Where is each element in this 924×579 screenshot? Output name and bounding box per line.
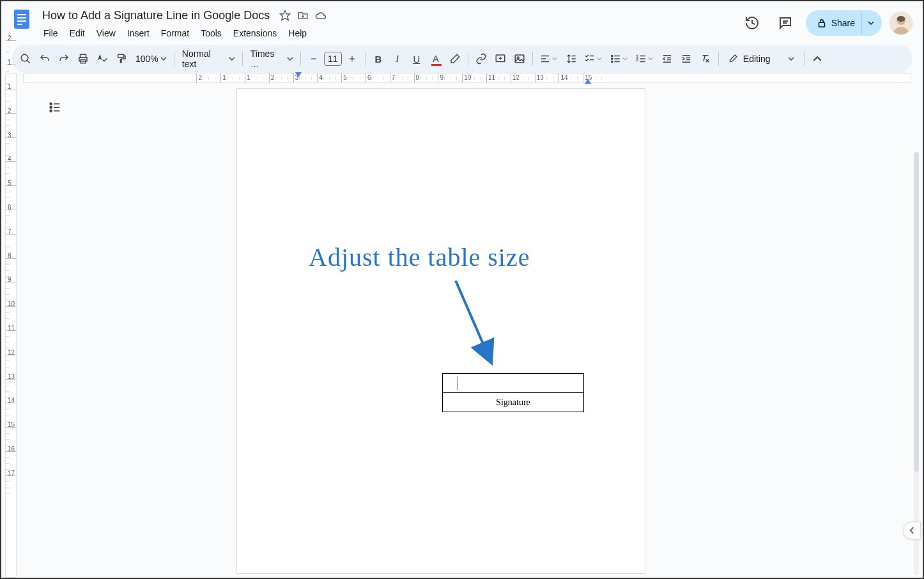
decrease-font-icon[interactable] (305, 50, 323, 68)
menu-file[interactable]: File (38, 26, 63, 41)
svg-line-12 (27, 60, 30, 63)
docs-logo[interactable] (9, 6, 35, 32)
document-title[interactable]: How to Add a Signature Line in Google Do… (38, 8, 273, 24)
horizontal-ruler[interactable]: 21123456789101112131415 (23, 73, 911, 83)
side-panel-toggle-icon[interactable] (903, 521, 921, 539)
svg-rect-0 (14, 10, 29, 29)
search-icon[interactable] (17, 50, 35, 68)
svg-point-34 (611, 58, 612, 59)
svg-rect-8 (819, 22, 824, 27)
numbered-list-icon[interactable]: 12 (633, 50, 657, 68)
share-label: Share (828, 18, 861, 28)
annotation-text: Adjust the table size (309, 242, 530, 272)
menu-format[interactable]: Format (156, 26, 194, 41)
menu-extensions[interactable]: Extensions (228, 26, 282, 41)
underline-icon[interactable]: U (408, 50, 426, 68)
svg-rect-2 (17, 17, 26, 19)
paragraph-style-select[interactable]: Normal text (178, 50, 238, 68)
redo-icon[interactable] (55, 50, 73, 68)
svg-rect-3 (17, 20, 26, 22)
annotation-arrow-icon (449, 281, 500, 370)
svg-point-35 (611, 61, 612, 62)
table-cell-signature[interactable]: Signature (443, 393, 584, 412)
menu-insert[interactable]: Insert (122, 26, 155, 41)
increase-font-icon[interactable] (343, 50, 361, 68)
star-icon[interactable] (279, 9, 291, 22)
svg-rect-23 (515, 55, 524, 63)
svg-rect-1 (17, 14, 26, 15)
account-avatar[interactable] (889, 12, 912, 35)
svg-line-61 (456, 281, 488, 354)
vertical-scrollbar[interactable] (914, 152, 919, 575)
toolbar: 100% Normal text Times … 11 B I U A 12 E… (12, 45, 912, 73)
paint-format-icon[interactable] (112, 50, 130, 68)
font-size-input[interactable]: 11 (324, 52, 342, 66)
undo-icon[interactable] (36, 50, 54, 68)
spellcheck-icon[interactable] (93, 50, 111, 68)
document-page[interactable]: Adjust the table size Signature (236, 88, 645, 574)
menu-help[interactable]: Help (283, 26, 312, 41)
link-icon[interactable] (472, 50, 490, 68)
checklist-icon[interactable] (581, 50, 606, 68)
svg-marker-5 (281, 11, 290, 20)
align-icon[interactable] (537, 50, 561, 68)
menu-view[interactable]: View (91, 26, 121, 41)
svg-rect-4 (17, 24, 22, 25)
share-dropdown[interactable] (861, 12, 879, 35)
signature-table[interactable]: Signature (442, 373, 584, 412)
vertical-ruler[interactable]: 211234567891011121314151617 (1, 73, 19, 578)
svg-rect-16 (118, 54, 124, 58)
svg-point-11 (21, 54, 28, 61)
text-cursor (457, 376, 458, 390)
svg-point-33 (611, 55, 612, 56)
menu-bar: File Edit View Insert Format Tools Exten… (38, 26, 739, 41)
bulleted-list-icon[interactable] (607, 50, 631, 68)
clear-formatting-icon[interactable] (697, 50, 714, 68)
svg-text:2: 2 (636, 58, 638, 61)
cloud-status-icon[interactable] (314, 9, 327, 22)
highlight-icon[interactable] (446, 50, 464, 68)
share-button[interactable]: Share (806, 10, 882, 36)
bold-icon[interactable]: B (369, 50, 387, 68)
print-icon[interactable] (74, 50, 92, 68)
increase-indent-icon[interactable] (677, 50, 695, 68)
font-select[interactable]: Times … (247, 50, 296, 68)
italic-icon[interactable]: I (389, 50, 406, 68)
collapse-toolbar-icon[interactable] (808, 50, 826, 68)
text-color-icon[interactable]: A (427, 50, 445, 68)
line-spacing-icon[interactable] (562, 50, 580, 68)
menu-tools[interactable]: Tools (196, 26, 227, 41)
insert-image-icon[interactable] (511, 50, 528, 68)
table-cell-empty[interactable] (443, 374, 584, 393)
add-comment-icon[interactable] (491, 50, 509, 68)
document-scroll-area[interactable]: Adjust the table size Signature (19, 88, 923, 578)
editing-mode-select[interactable]: Editing (723, 50, 800, 68)
move-icon[interactable] (296, 9, 309, 22)
zoom-select[interactable]: 100% (132, 50, 170, 68)
decrease-indent-icon[interactable] (658, 50, 676, 68)
annotation-overlay: Adjust the table size (309, 242, 530, 272)
menu-edit[interactable]: Edit (65, 26, 90, 41)
comments-icon[interactable] (773, 10, 798, 36)
history-icon[interactable] (739, 10, 765, 36)
